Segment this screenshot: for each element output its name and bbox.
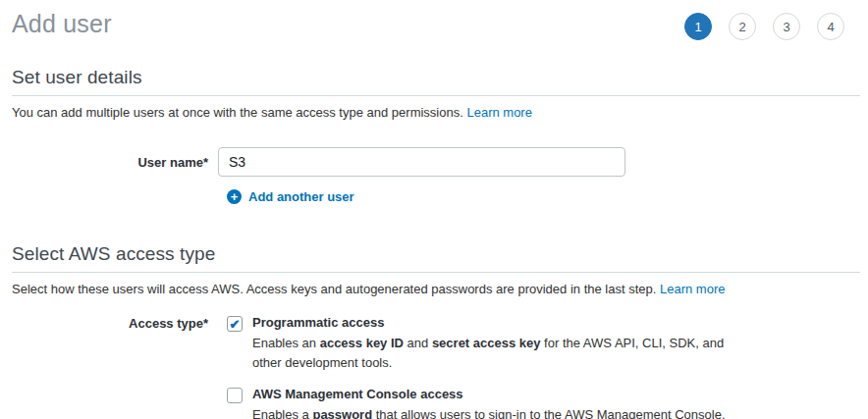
add-user-page: Add user 1 2 3 4 Set user details You ca… (0, 0, 868, 419)
user-details-intro-text: You can add multiple users at once with … (12, 105, 463, 120)
add-another-user-button[interactable]: + Add another user (227, 189, 868, 204)
programmatic-access-checkbox[interactable] (227, 316, 243, 332)
option-programmatic-access: Programmatic access Enables an access ke… (227, 315, 746, 372)
access-type-heading-text: Select AWS access type (12, 243, 860, 265)
user-details-section-heading: Set user details (12, 67, 860, 96)
programmatic-access-body: Programmatic access Enables an access ke… (252, 315, 746, 372)
user-details-learn-more-link[interactable]: Learn more (466, 105, 531, 120)
page-title: Add user (12, 8, 112, 38)
user-details-intro: You can add multiple users at once with … (12, 105, 856, 120)
option-console-access: AWS Management Console access Enables a … (227, 387, 746, 419)
username-form-row: User name* (0, 147, 868, 177)
access-type-intro: Select how these users will access AWS. … (12, 282, 856, 296)
wizard-step-indicator: 1 2 3 4 (684, 8, 844, 40)
console-access-description: Enables a password that allows users to … (252, 405, 726, 419)
console-access-body: AWS Management Console access Enables a … (252, 387, 726, 419)
user-details-heading-text: Set user details (12, 67, 860, 88)
access-type-intro-text: Select how these users will access AWS. … (12, 282, 656, 296)
add-another-user-label: Add another user (248, 189, 354, 204)
username-input[interactable] (218, 147, 625, 177)
access-type-section-heading: Select AWS access type (12, 243, 860, 273)
wizard-step-1[interactable]: 1 (684, 13, 712, 40)
access-type-learn-more-link[interactable]: Learn more (660, 282, 725, 296)
access-type-options: Programmatic access Enables an access ke… (227, 315, 746, 419)
programmatic-access-description: Enables an access key ID and secret acce… (252, 334, 746, 372)
access-type-form-row: Access type* Programmatic access Enables… (0, 315, 868, 419)
access-type-label: Access type* (0, 315, 208, 419)
programmatic-access-title[interactable]: Programmatic access (252, 315, 746, 330)
wizard-step-3[interactable]: 3 (773, 13, 800, 40)
console-access-checkbox[interactable] (227, 388, 243, 403)
page-header: Add user 1 2 3 4 (0, 8, 868, 40)
console-access-title[interactable]: AWS Management Console access (252, 387, 726, 401)
plus-circle-icon: + (227, 189, 242, 204)
wizard-step-2[interactable]: 2 (729, 13, 756, 40)
wizard-step-4[interactable]: 4 (817, 13, 844, 40)
username-label: User name* (0, 147, 208, 177)
